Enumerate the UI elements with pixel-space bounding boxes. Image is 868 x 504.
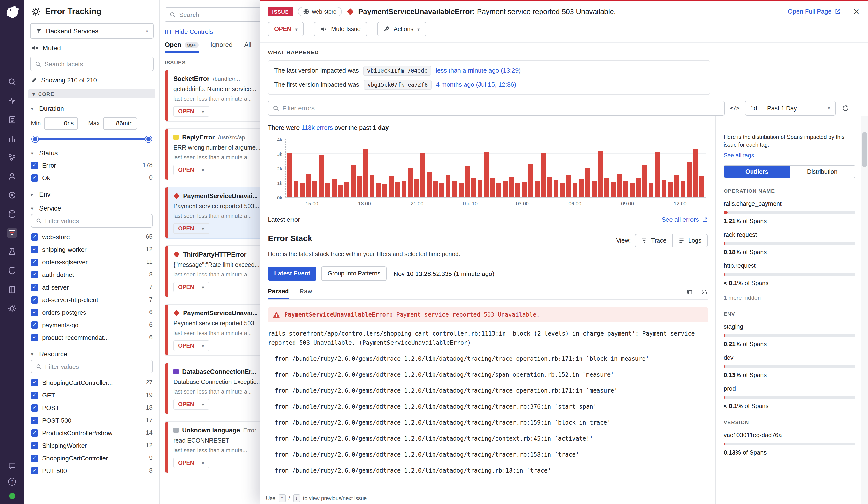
service-facet-header[interactable]: ▾ Service [24, 205, 159, 212]
facet-checkbox-row[interactable]: ✓ PUT 500 8 [24, 464, 159, 477]
issue-status-dropdown[interactable]: OPEN ▾ [173, 223, 209, 234]
duration-facet-header[interactable]: ▾ Duration [24, 105, 159, 112]
duration-min-input[interactable] [44, 117, 78, 130]
chart-bar[interactable] [636, 177, 641, 197]
issue-status-dropdown[interactable]: OPEN ▾ [173, 458, 209, 468]
chart-bar[interactable] [668, 182, 673, 197]
chart-bar[interactable] [458, 183, 463, 197]
scrollbar-thumb[interactable] [862, 132, 867, 167]
tab-raw[interactable]: Raw [300, 287, 312, 299]
apm-icon[interactable] [7, 152, 18, 163]
slider-track[interactable] [34, 138, 150, 140]
facet-checkbox-row[interactable]: ✓ ShippingWorker 12 [24, 439, 159, 452]
chart-bar[interactable] [598, 150, 603, 197]
error-tracking-icon[interactable] [7, 228, 18, 238]
chart-bar[interactable] [681, 180, 685, 197]
chart-bar[interactable] [370, 175, 374, 197]
search-facets-input[interactable] [44, 60, 149, 67]
core-section-header[interactable]: ▾ CORE [28, 89, 155, 98]
issue-status-dropdown[interactable]: OPEN ▾ [173, 106, 209, 117]
ci-icon[interactable] [7, 246, 18, 257]
checkbox-checked-icon[interactable]: ✓ [31, 283, 38, 291]
group-into-patterns-button[interactable]: Group Into Patterns [321, 266, 387, 281]
logs-icon[interactable] [7, 114, 18, 125]
chart-bar[interactable] [522, 182, 527, 197]
chart-bar[interactable] [579, 179, 584, 197]
tab-parsed[interactable]: Parsed [268, 287, 289, 299]
facet-checkbox-row[interactable]: ✓ orders-postgres 6 [24, 306, 159, 318]
chart-bar[interactable] [351, 164, 355, 197]
resource-facet-header[interactable]: ▾ Resource [24, 350, 159, 358]
resource-filter-input[interactable] [45, 363, 148, 370]
facet-checkbox-row[interactable]: ✓ POST 18 [24, 401, 159, 414]
slider-handle-max[interactable] [145, 136, 152, 142]
chart-bar[interactable] [693, 149, 698, 197]
impact-time-link[interactable]: less than a minute ago (13:29) [436, 67, 521, 74]
chart-bar[interactable] [293, 180, 298, 197]
databases-icon[interactable] [7, 209, 18, 219]
chart-bar[interactable] [427, 172, 432, 197]
checkbox-checked-icon[interactable]: ✓ [31, 309, 38, 316]
tab-distribution[interactable]: Distribution [789, 166, 855, 178]
chart-bar[interactable] [528, 164, 533, 197]
error-count-link[interactable]: 118k errors [301, 124, 333, 131]
actions-dropdown[interactable]: Actions ▾ [377, 22, 426, 36]
chart-bar[interactable] [395, 182, 400, 197]
checkbox-checked-icon[interactable]: ✓ [31, 404, 38, 411]
chart-bar[interactable] [687, 162, 692, 197]
facet-checkbox-row[interactable]: ✓ ProductsController#show 14 [24, 427, 159, 439]
facet-checkbox-row[interactable]: ✓ product-recommendat... 6 [24, 331, 159, 344]
more-hidden-label[interactable]: 1 more hidden [724, 294, 855, 301]
chart-bar[interactable] [376, 182, 381, 197]
latest-event-button[interactable]: Latest Event [268, 266, 317, 281]
chart-bar[interactable] [446, 175, 451, 197]
chart-bar[interactable] [503, 181, 508, 197]
checkbox-checked-icon[interactable]: ✓ [31, 258, 38, 265]
resource-filter-field[interactable] [31, 360, 153, 373]
duration-slider[interactable] [34, 136, 150, 143]
issue-status-dropdown[interactable]: OPEN ▾ [173, 399, 209, 410]
facet-checkbox-row[interactable]: ✓ GET 19 [24, 389, 159, 401]
checkbox-checked-icon[interactable]: ✓ [31, 161, 38, 169]
impact-time-link[interactable]: 4 months ago (Jul 15, 12:36) [436, 81, 516, 88]
checkbox-checked-icon[interactable]: ✓ [31, 233, 38, 240]
chart-bar[interactable] [604, 178, 609, 197]
showing-count-row[interactable]: Showing 210 of 210 [24, 71, 159, 88]
chart-bar[interactable] [700, 176, 704, 197]
see-all-errors-link[interactable]: See all errors [661, 216, 708, 223]
checkbox-checked-icon[interactable]: ✓ [31, 467, 38, 474]
checkbox-checked-icon[interactable]: ✓ [31, 174, 38, 181]
chart-bar[interactable] [300, 183, 305, 197]
chart-bar[interactable] [408, 167, 413, 197]
window-scrollbar[interactable] [861, 116, 868, 504]
service-filter-input[interactable] [45, 217, 148, 224]
facet-checkbox-row[interactable]: ✓ shipping-worker 12 [24, 243, 159, 256]
search-facets-field[interactable] [30, 57, 154, 71]
chart-bar[interactable] [287, 153, 292, 197]
chart-bar[interactable] [623, 180, 628, 197]
metrics-icon[interactable] [7, 133, 18, 144]
chart-bar[interactable] [655, 152, 660, 197]
chart-bar[interactable] [414, 179, 419, 197]
checkbox-checked-icon[interactable]: ✓ [31, 442, 38, 449]
env-facet-header[interactable]: ▸ Env [24, 191, 159, 198]
chart-bar[interactable] [357, 176, 362, 197]
facet-checkbox-row[interactable]: ✓ ShoppingCartController... 9 [24, 452, 159, 464]
datadog-logo[interactable] [4, 3, 20, 19]
chart-bar[interactable] [592, 181, 597, 197]
chart-bar[interactable] [478, 180, 483, 197]
checkbox-checked-icon[interactable]: ✓ [31, 334, 38, 341]
tab-outliers[interactable]: Outliers [724, 166, 789, 178]
watchdog-icon[interactable] [7, 95, 18, 106]
rum-icon[interactable] [7, 171, 18, 181]
chart-bar[interactable] [560, 183, 565, 197]
chart-bar[interactable] [585, 168, 590, 197]
checkbox-checked-icon[interactable]: ✓ [31, 454, 38, 462]
help-icon[interactable]: ? [8, 478, 16, 486]
chart-bar[interactable] [338, 185, 343, 197]
tab-ignored[interactable]: Ignored [210, 41, 233, 53]
chart-bar[interactable] [541, 153, 546, 197]
synthetics-icon[interactable] [7, 190, 18, 200]
scope-selector[interactable]: Backend Services ▾ [30, 23, 154, 39]
chart-bar[interactable] [382, 184, 387, 197]
